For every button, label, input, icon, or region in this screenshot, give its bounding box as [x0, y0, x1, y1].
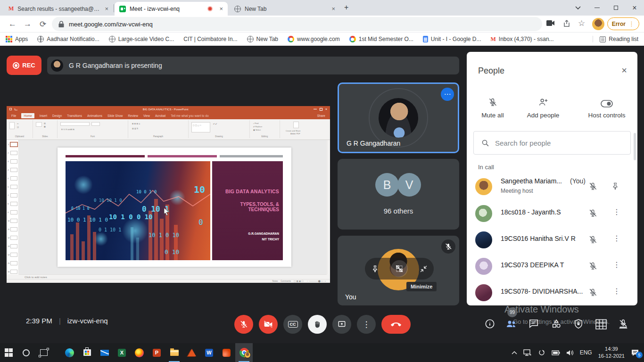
window-restore-button[interactable]: [606, 0, 625, 16]
search-people-box[interactable]: [473, 131, 631, 155]
ppt-share-button[interactable]: Share: [317, 114, 325, 117]
tab-close-icon[interactable]: ×: [105, 6, 108, 12]
bookmark-item[interactable]: 1st Mid Semester O...: [349, 36, 413, 42]
tile-options-button[interactable]: ⋯: [441, 88, 454, 101]
presenter-tile[interactable]: ⋯ G R Gangadharan: [338, 82, 459, 153]
taskbar-file-explorer[interactable]: [165, 343, 183, 362]
participant-pin-icon[interactable]: [611, 181, 619, 191]
bookmark-star-icon[interactable]: ☆: [578, 18, 585, 28]
end-call-button[interactable]: [381, 315, 411, 334]
mic-toggle-button[interactable]: [234, 315, 253, 334]
self-tile[interactable]: Minimize You: [338, 236, 459, 305]
sync-icon[interactable]: [538, 349, 545, 356]
ppt-tab-file[interactable]: File: [11, 114, 16, 117]
bookmark-item[interactable]: New Tab: [247, 36, 278, 42]
start-button[interactable]: [0, 343, 17, 362]
speaker-icon[interactable]: [566, 350, 574, 356]
pin-icon[interactable]: [371, 265, 379, 273]
back-icon[interactable]: ←: [8, 19, 17, 29]
ppt-tab-review[interactable]: Review: [128, 114, 138, 117]
panel-scrollbar[interactable]: [634, 133, 636, 160]
ppt-tab-insert[interactable]: Insert: [40, 114, 47, 117]
ppt-thumbnail-pane[interactable]: 1 2 3 4 5 6 7 8 9 10 11 12 13 14 15 16: [7, 140, 19, 274]
people-panel-icon[interactable]: [505, 319, 518, 329]
ppt-tab-animations[interactable]: Animations: [87, 114, 102, 117]
participant-row[interactable]: Sangeetha Mariam...(You) Meeting host: [467, 173, 637, 200]
bookmark-item[interactable]: Aadhaar Notificatio...: [37, 36, 99, 42]
muted-mic-tray-icon[interactable]: [618, 319, 629, 330]
ppt-minimize-button[interactable]: [314, 109, 317, 109]
host-controls-button[interactable]: Host controls: [576, 95, 637, 119]
ppt-comments-toggle[interactable]: Comments: [281, 280, 291, 282]
browser-menu-chevron-icon[interactable]: [569, 0, 587, 16]
bookmark-item[interactable]: Large-scale Video C...: [109, 36, 174, 42]
participant-menu-icon[interactable]: ⋮: [613, 207, 620, 216]
apps-button[interactable]: Apps: [6, 36, 28, 42]
tab-meet[interactable]: Meet - izw-vcwi-enq ×: [115, 2, 228, 16]
reading-list-button[interactable]: Reading list: [593, 36, 638, 42]
browser-kebab-icon[interactable]: ⋮: [628, 20, 635, 27]
error-button[interactable]: Error ⋮: [607, 17, 639, 30]
bookmark-item[interactable]: www.google.com: [288, 36, 340, 42]
ppt-zoom-slider[interactable]: － ──────⬤── ＋: [306, 280, 326, 282]
notification-center-button[interactable]: 5: [631, 349, 639, 356]
ppt-notes-toggle[interactable]: Notes: [272, 280, 278, 282]
more-options-button[interactable]: ⋮: [357, 315, 376, 334]
tray-chevron-up-icon[interactable]: [512, 351, 517, 354]
reload-icon[interactable]: ⟳: [40, 19, 46, 29]
bookmark-item[interactable]: CIT | Coimbatore In...: [183, 36, 237, 42]
language-indicator[interactable]: ENG: [580, 349, 592, 356]
participant-row[interactable]: 19CS016 Hanitha Sri.V R ⋮: [467, 227, 637, 253]
camera-toggle-button[interactable]: [259, 315, 278, 334]
window-minimize-button[interactable]: [587, 0, 606, 16]
host-controls-shield-icon[interactable]: [573, 319, 584, 329]
participant-menu-icon[interactable]: ⋮: [613, 287, 620, 296]
bookmark-item[interactable]: Unit - I - Google D...: [423, 36, 481, 42]
ppt-tab-home[interactable]: Home: [21, 113, 34, 118]
search-people-input[interactable]: [495, 139, 613, 147]
taskbar-office[interactable]: [218, 343, 235, 362]
ppt-tab-slideshow[interactable]: Slide Show: [107, 114, 123, 117]
participant-row[interactable]: 18cs018 - Jayanth.S ⋮: [467, 200, 637, 227]
ppt-tab-acrobat[interactable]: Acrobat: [155, 114, 165, 117]
taskbar-matlab[interactable]: [183, 343, 200, 362]
ppt-tab-design[interactable]: Design: [52, 114, 62, 117]
taskbar-edge[interactable]: [61, 343, 78, 362]
layout-grid-icon[interactable]: [595, 319, 607, 330]
tab-close-icon[interactable]: ×: [331, 6, 335, 12]
add-people-button[interactable]: Add people: [517, 95, 569, 119]
share-icon[interactable]: [563, 20, 570, 27]
forward-icon[interactable]: →: [24, 19, 32, 29]
new-tab-button[interactable]: +: [344, 3, 348, 12]
meeting-details-icon[interactable]: [485, 319, 495, 329]
taskbar-mail[interactable]: [96, 343, 113, 362]
mute-all-button[interactable]: Mute all: [467, 95, 519, 119]
raise-hand-button[interactable]: [308, 315, 327, 334]
participant-menu-icon[interactable]: ⋮: [613, 234, 620, 243]
taskbar-excel[interactable]: X: [113, 343, 131, 362]
ppt-restore-button[interactable]: [320, 108, 322, 111]
ppt-close-button[interactable]: ×: [325, 107, 327, 111]
ppt-notes-area[interactable]: Click to add notes: [19, 274, 327, 279]
battery-icon[interactable]: [552, 350, 560, 355]
activities-icon[interactable]: [551, 319, 562, 329]
minimize-icon[interactable]: [420, 265, 428, 273]
address-bar[interactable]: meet.google.com/izw-vcwi-enq: [52, 17, 542, 31]
remove-from-grid-icon[interactable]: [391, 260, 408, 277]
ppt-tellme[interactable]: Tell me what you want to do: [171, 114, 208, 117]
taskbar-store[interactable]: [78, 343, 96, 362]
window-close-button[interactable]: ×: [625, 0, 644, 16]
tab-newtab[interactable]: New Tab ×: [230, 2, 340, 16]
taskbar-powerpoint[interactable]: P: [148, 343, 165, 362]
ppt-undo-icon[interactable]: [15, 108, 17, 110]
tab-close-icon[interactable]: ×: [219, 6, 223, 12]
bookmark-item[interactable]: MInbox (4,370) - ssan...: [491, 36, 554, 43]
network-icon[interactable]: [523, 349, 532, 356]
ppt-save-icon[interactable]: [9, 108, 12, 110]
taskbar-firefox[interactable]: [131, 343, 148, 362]
taskbar-clock[interactable]: 14:39 16-12-2021: [598, 346, 625, 360]
taskbar-chrome-active[interactable]: [235, 343, 253, 362]
ppt-tab-transitions[interactable]: Transitions: [67, 114, 82, 117]
captions-button[interactable]: CC: [283, 315, 302, 334]
others-tile[interactable]: B V 96 others: [338, 159, 459, 230]
